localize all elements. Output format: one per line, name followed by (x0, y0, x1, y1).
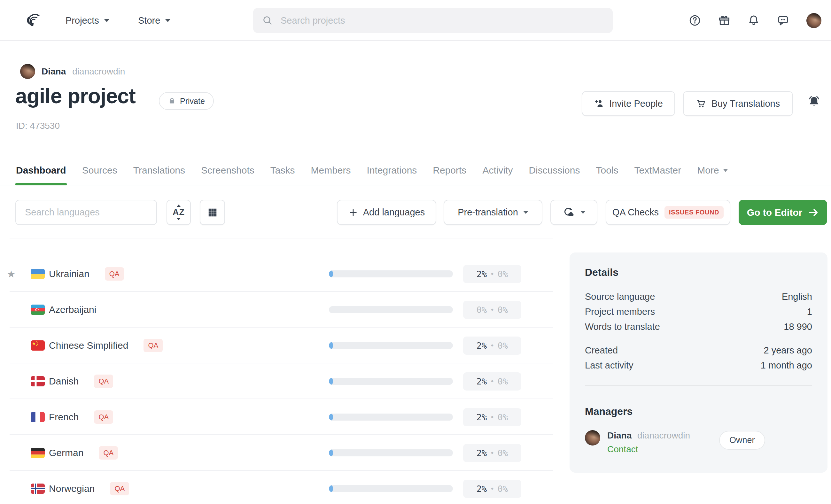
project-watch-bell-button[interactable] (807, 95, 822, 110)
owner-avatar[interactable] (20, 64, 35, 79)
buy-translations-button[interactable]: Buy Translations (683, 91, 793, 116)
star-icon[interactable]: ★ (6, 256, 16, 292)
language-row[interactable]: ★ French QA 2% • 0% (9, 399, 553, 435)
search-languages-input[interactable] (24, 207, 148, 218)
qa-badge[interactable]: QA (94, 375, 113, 388)
sync-dropdown-button[interactable] (550, 200, 597, 225)
contact-link[interactable]: Contact (607, 444, 690, 454)
qa-badge[interactable]: QA (110, 482, 129, 495)
search-projects-input[interactable] (280, 15, 604, 26)
managers-title: Managers (585, 406, 812, 417)
manager-avatar[interactable] (585, 430, 600, 446)
tab-dashboard[interactable]: Dashboard (15, 156, 67, 185)
tab-more[interactable]: More (696, 156, 728, 185)
language-row[interactable]: ★ Chinese Simplified QA 2% • 0% (9, 328, 553, 363)
manager-name[interactable]: Diana (607, 431, 632, 440)
privacy-badge-label: Private (180, 96, 205, 106)
translated-percent: 2% (477, 269, 487, 279)
language-row[interactable]: ★ German QA 2% • 0% (9, 435, 553, 471)
tab-label: Activity (482, 165, 513, 176)
tab-label: Dashboard (16, 165, 66, 176)
user-avatar[interactable] (806, 13, 822, 28)
qa-badge[interactable]: QA (94, 410, 113, 424)
qa-badge[interactable]: QA (144, 339, 163, 352)
crowdin-logo-icon[interactable] (24, 11, 42, 29)
tab-label: Tasks (270, 165, 295, 176)
cart-icon (696, 98, 706, 109)
lock-icon (168, 97, 176, 105)
tab-activity[interactable]: Activity (482, 156, 513, 185)
gift-icon[interactable] (718, 14, 730, 27)
language-name[interactable]: Chinese Simplified (49, 340, 128, 351)
arrow-right-icon (808, 207, 819, 218)
progress-bar (329, 378, 453, 385)
language-name[interactable]: German (49, 447, 83, 458)
tab-sources[interactable]: Sources (82, 156, 118, 185)
qa-badge[interactable]: QA (105, 267, 124, 280)
percent-separator: • (490, 342, 494, 350)
language-name[interactable]: Norwegian (49, 483, 95, 494)
go-to-editor-button[interactable]: Go to Editor (739, 200, 827, 225)
tab-reports[interactable]: Reports (432, 156, 467, 185)
translated-percent: 2% (477, 484, 487, 494)
percent-separator: • (490, 270, 494, 278)
progress-percentages: 2% • 0% (463, 480, 521, 498)
detail-label: Last activity (585, 358, 633, 373)
language-row[interactable]: ★ Danish QA 2% • 0% (9, 363, 553, 399)
tab-textmaster[interactable]: TextMaster (634, 156, 682, 185)
language-search (15, 200, 157, 225)
detail-label: Created (585, 343, 618, 358)
details-title: Details (585, 267, 812, 278)
tab-integrations[interactable]: Integrations (366, 156, 418, 185)
nav-projects-menu[interactable]: Projects (65, 0, 109, 41)
sort-languages-button[interactable]: AZ (167, 200, 191, 225)
messages-icon[interactable] (777, 14, 789, 27)
owner-name[interactable]: Diana (41, 66, 66, 77)
invite-people-button[interactable]: Invite People (582, 91, 675, 116)
nav-store-menu[interactable]: Store (138, 0, 170, 41)
detail-value: 1 month ago (761, 358, 812, 373)
percent-separator: • (490, 485, 494, 493)
tab-discussions[interactable]: Discussions (528, 156, 580, 185)
pre-translation-button[interactable]: Pre-translation (443, 200, 542, 225)
chevron-down-icon (723, 169, 728, 172)
project-owner-row: Diana dianacrowdin (20, 64, 125, 79)
tab-tasks[interactable]: Tasks (270, 156, 296, 185)
privacy-badge: Private (159, 92, 214, 110)
grid-view-button[interactable] (200, 200, 225, 225)
detail-row: Source language English (585, 289, 812, 304)
detail-label: Project members (585, 304, 655, 319)
qa-issues-found-badge: ISSUES FOUND (664, 206, 724, 218)
qa-checks-button[interactable]: QA Checks ISSUES FOUND (606, 200, 730, 225)
go-to-editor-label: Go to Editor (747, 207, 802, 218)
detail-value: English (782, 289, 812, 304)
help-icon[interactable] (689, 14, 701, 27)
approved-percent: 0% (498, 377, 508, 386)
pre-translation-label: Pre-translation (458, 207, 518, 218)
tab-screenshots[interactable]: Screenshots (200, 156, 255, 185)
language-name[interactable]: Azerbaijani (49, 304, 96, 315)
language-name[interactable]: Ukrainian (49, 268, 89, 279)
language-name[interactable]: French (49, 412, 79, 422)
notifications-bell-icon[interactable] (748, 14, 760, 27)
tab-label: Translations (133, 165, 185, 176)
nav-projects-label: Projects (65, 16, 99, 26)
detail-row: Words to translate 18 990 (585, 319, 812, 334)
language-name[interactable]: Danish (49, 376, 79, 387)
qa-badge[interactable]: QA (99, 446, 118, 459)
detail-row: Last activity 1 month ago (585, 358, 812, 373)
language-row[interactable]: ★ Azerbaijani 0% • 0% (9, 292, 553, 328)
project-id: ID: 473530 (16, 121, 60, 131)
tab-translations[interactable]: Translations (133, 156, 186, 185)
language-row[interactable]: ★ Ukrainian QA 2% • 0% (9, 256, 553, 292)
invite-people-label: Invite People (609, 98, 663, 109)
tab-tools[interactable]: Tools (595, 156, 619, 185)
progress-bar (329, 485, 453, 492)
add-languages-button[interactable]: Add languages (337, 200, 436, 225)
tab-members[interactable]: Members (310, 156, 351, 185)
translated-percent: 0% (477, 305, 487, 315)
manager-username: dianacrowdin (637, 431, 690, 440)
tab-label: Members (311, 165, 351, 176)
language-row[interactable]: ★ Norwegian QA 2% • 0% (9, 471, 553, 504)
owner-username[interactable]: dianacrowdin (72, 66, 125, 77)
